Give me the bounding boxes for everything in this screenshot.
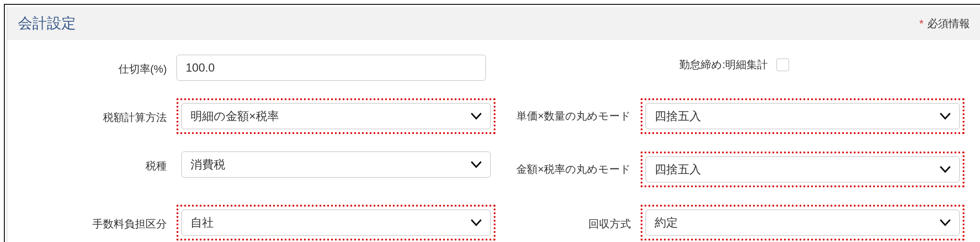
panel-title: 会計設定 xyxy=(18,14,76,33)
label-fee-burden: 手数料負担区分 xyxy=(12,214,176,232)
attendance-closing-checkbox[interactable] xyxy=(776,59,789,71)
amount-tax-rounding-value: 四捨五入 xyxy=(655,162,701,177)
form-row-3: 税種 消費税 金額×税率の丸めモード xyxy=(12,151,976,187)
attendance-closing-row: 勤怠締め:明細集計 xyxy=(679,55,789,72)
required-label: 必須情報 xyxy=(927,17,970,30)
tax-calc-method-value: 明細の金額×税率 xyxy=(190,108,279,124)
form-body: 仕切率(%) 勤怠締め:明細集計 税額計算方法 xyxy=(7,40,980,242)
chevron-down-icon xyxy=(471,219,482,226)
required-info: *必須情報 xyxy=(919,16,970,31)
chevron-down-icon xyxy=(471,113,482,120)
label-tax-type: 税種 xyxy=(12,156,176,174)
label-tax-calc-method: 税額計算方法 xyxy=(12,107,176,125)
chevron-down-icon xyxy=(940,113,951,120)
label-unit-qty-rounding: 単価×数量の丸めモード xyxy=(496,109,641,124)
group-collection-method: 回収方式 約定 xyxy=(496,205,976,241)
highlight-unit-qty-rounding: 四捨五入 xyxy=(641,98,965,134)
highlight-collection-method: 約定 xyxy=(641,205,965,241)
chevron-down-icon xyxy=(940,219,951,226)
partition-rate-input[interactable] xyxy=(176,55,486,81)
fee-burden-value: 自社 xyxy=(190,215,214,230)
label-partition-rate: 仕切率(%) xyxy=(12,59,176,77)
collection-method-value: 約定 xyxy=(655,215,678,230)
group-attendance-closing: 勤怠締め:明細集計 xyxy=(496,55,976,72)
form-row-4: 手数料負担区分 自社 回収方式 xyxy=(12,205,976,241)
unit-qty-rounding-value: 四捨五入 xyxy=(655,108,701,124)
label-attendance-closing: 勤怠締め:明細集計 xyxy=(679,58,768,72)
label-amount-tax-rounding: 金額×税率の丸めモード xyxy=(496,162,641,177)
unit-qty-rounding-select[interactable]: 四捨五入 xyxy=(645,103,960,129)
chevron-down-icon xyxy=(940,166,951,173)
control-partition-rate xyxy=(176,55,496,81)
tax-type-value: 消費税 xyxy=(190,157,225,172)
form-row-1: 仕切率(%) 勤怠締め:明細集計 xyxy=(12,55,976,81)
highlight-fee-burden: 自社 xyxy=(176,205,496,241)
form-row-2: 税額計算方法 明細の金額×税率 単価×数量の丸めモ xyxy=(12,98,976,134)
group-unit-qty-rounding: 単価×数量の丸めモード 四捨五入 xyxy=(496,98,976,134)
highlight-tax-calc-method: 明細の金額×税率 xyxy=(176,98,496,134)
panel-header: 会計設定 *必須情報 xyxy=(7,7,980,40)
fee-burden-select[interactable]: 自社 xyxy=(181,210,491,236)
group-partition-rate: 仕切率(%) xyxy=(12,55,496,81)
group-tax-type: 税種 消費税 xyxy=(12,151,496,178)
label-collection-method: 回収方式 xyxy=(496,214,641,232)
group-tax-calc-method: 税額計算方法 明細の金額×税率 xyxy=(12,98,496,134)
required-asterisk-icon: * xyxy=(919,17,923,30)
outer-frame: 会計設定 *必須情報 仕切率(%) 勤怠締め:明細集計 xyxy=(4,4,980,242)
tax-type-select[interactable]: 消費税 xyxy=(181,151,491,178)
collection-method-select[interactable]: 約定 xyxy=(645,210,960,236)
amount-tax-rounding-select[interactable]: 四捨五入 xyxy=(645,156,960,182)
chevron-down-icon xyxy=(471,161,482,168)
group-amount-tax-rounding: 金額×税率の丸めモード 四捨五入 xyxy=(496,151,976,187)
panel: 会計設定 *必須情報 仕切率(%) 勤怠締め:明細集計 xyxy=(7,7,980,242)
group-fee-burden: 手数料負担区分 自社 xyxy=(12,205,496,241)
tax-calc-method-select[interactable]: 明細の金額×税率 xyxy=(181,103,491,129)
highlight-amount-tax-rounding: 四捨五入 xyxy=(641,151,965,187)
